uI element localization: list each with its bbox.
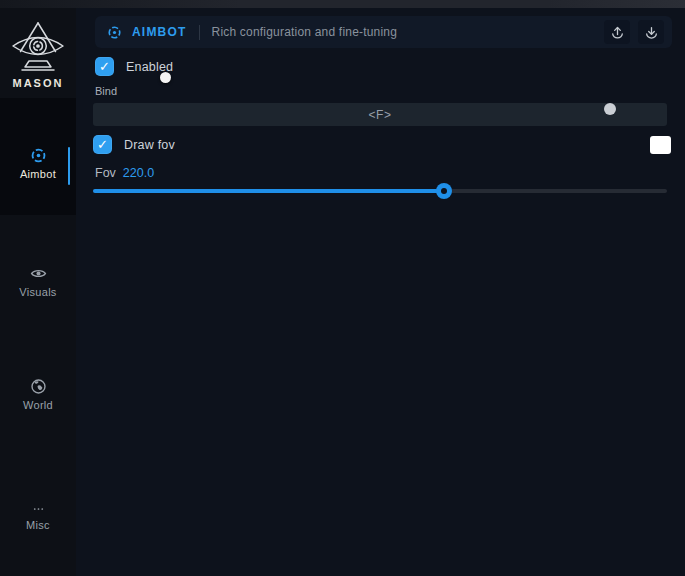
page-subtitle: Rich configuration and fine-tuning [212,25,398,39]
sidebar-item-label: Visuals [0,286,76,298]
sidebar-item-label: Misc [0,519,76,531]
bind-label: Bind [95,85,117,97]
bind-key-input[interactable]: <F> [93,103,667,126]
sidebar-item-label: Aimbot [0,168,76,180]
brand-label: MASON [0,77,76,89]
draw-fov-checkbox[interactable] [93,135,112,154]
eye-icon [30,265,47,282]
sidebar: MASON Aimbot Visuals World [0,8,76,576]
app-window: MASON Aimbot Visuals World [0,0,685,576]
fov-slider[interactable] [93,186,667,196]
sidebar-item-label: World [0,399,76,411]
sidebar-item-world[interactable]: World [0,378,76,411]
active-accent-bar [68,147,70,185]
enabled-checkbox[interactable] [95,57,114,76]
fov-value: 220.0 [123,166,154,180]
import-config-button[interactable] [638,20,664,44]
fov-label: Fov [95,166,116,180]
draw-fov-row: Draw fov [93,135,175,154]
cursor-dot [160,72,171,83]
draw-fov-label: Draw fov [124,138,175,152]
page-title: AIMBOT [132,25,187,39]
globe-icon [30,378,47,395]
download-icon [644,25,659,40]
fov-slider-fill [93,189,444,193]
indicator-dot [604,103,616,115]
upload-icon [610,25,625,40]
fov-value-row: Fov 220.0 [95,166,154,180]
window-top-strip [0,0,685,8]
sidebar-item-misc[interactable]: Misc [0,503,76,531]
page-header: AIMBOT Rich configuration and fine-tunin… [95,16,672,48]
fov-color-swatch[interactable] [650,136,671,154]
mason-pyramid-eye-icon [9,20,67,74]
fov-slider-handle[interactable] [436,183,452,199]
sidebar-item-aimbot[interactable]: Aimbot [0,98,76,215]
ellipsis-icon [30,503,47,515]
brand-logo: MASON [0,20,76,89]
header-divider [199,25,200,40]
crosshair-icon [107,25,122,40]
crosshair-icon [30,147,47,164]
sidebar-item-visuals[interactable]: Visuals [0,265,76,298]
export-config-button[interactable] [604,20,630,44]
